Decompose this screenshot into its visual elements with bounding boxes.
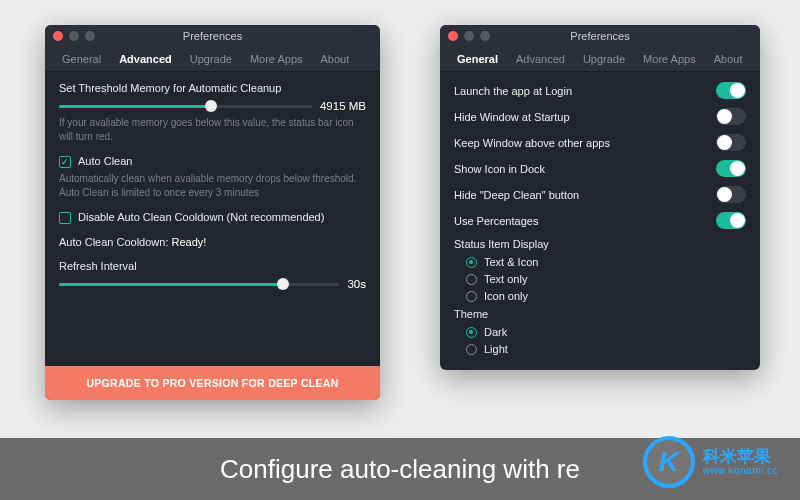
watermark: K 科米苹果 www.konami.cc xyxy=(643,436,778,488)
status-display-radios: Text & IconText onlyIcon only xyxy=(466,256,746,302)
tabs: General Advanced Upgrade More Apps About xyxy=(45,47,380,72)
refresh-value: 30s xyxy=(347,278,366,290)
cooldown-status-label: Auto Clean Cooldown: xyxy=(59,236,172,248)
content-general: Launch the app at LoginHide Window at St… xyxy=(440,72,760,355)
minimize-icon[interactable] xyxy=(69,31,79,41)
tab-about[interactable]: About xyxy=(705,47,752,71)
toggle-switch[interactable] xyxy=(716,134,746,151)
close-icon[interactable] xyxy=(53,31,63,41)
tab-about[interactable]: About xyxy=(312,47,359,71)
toggle-row: Hide Window at Startup xyxy=(454,108,746,125)
radio-label: Text & Icon xyxy=(484,256,538,268)
radio-label: Text only xyxy=(484,273,527,285)
toggle-row: Use Percentages xyxy=(454,212,746,229)
radio-icon[interactable] xyxy=(466,257,477,268)
tab-advanced[interactable]: Advanced xyxy=(507,47,574,71)
toggle-row: Show Icon in Dock xyxy=(454,160,746,177)
tab-upgrade[interactable]: Upgrade xyxy=(181,47,241,71)
threshold-hint: If your avaliable memory goes below this… xyxy=(59,116,366,143)
watermark-url: www.konami.cc xyxy=(703,466,778,477)
upgrade-button[interactable]: UPGRADE TO PRO VERSION FOR DEEP CLEAN xyxy=(45,366,380,400)
radio-icon[interactable] xyxy=(466,291,477,302)
radio-icon[interactable] xyxy=(466,327,477,338)
toggle-row: Keep Window above other apps xyxy=(454,134,746,151)
traffic-lights xyxy=(53,31,95,41)
radio-row[interactable]: Text & Icon xyxy=(466,256,746,268)
radio-row[interactable]: Dark xyxy=(466,326,746,338)
theme-radios: DarkLight xyxy=(466,326,746,355)
toggle-row: Hide "Deep Clean" button xyxy=(454,186,746,203)
caption-text: Configure auto-cleaning with re xyxy=(220,454,580,485)
traffic-lights xyxy=(448,31,490,41)
auto-clean-row[interactable]: Auto Clean xyxy=(59,155,366,168)
tab-advanced[interactable]: Advanced xyxy=(110,47,181,71)
toggle-label: Keep Window above other apps xyxy=(454,137,610,149)
radio-icon[interactable] xyxy=(466,274,477,285)
threshold-label: Set Threshold Memory for Automatic Clean… xyxy=(59,82,366,94)
toggle-switch[interactable] xyxy=(716,82,746,99)
toggle-switch[interactable] xyxy=(716,160,746,177)
tab-general[interactable]: General xyxy=(448,47,507,71)
auto-clean-hint: Automatically clean when avaliable memor… xyxy=(59,172,366,199)
titlebar[interactable]: Preferences xyxy=(440,25,760,47)
threshold-value: 4915 MB xyxy=(320,100,366,112)
watermark-text: 科米苹果 www.konami.cc xyxy=(703,448,778,476)
radio-label: Light xyxy=(484,343,508,355)
auto-clean-label: Auto Clean xyxy=(78,155,132,167)
minimize-icon[interactable] xyxy=(464,31,474,41)
threshold-slider-row: 4915 MB xyxy=(59,100,366,112)
window-title: Preferences xyxy=(45,30,380,42)
refresh-slider[interactable] xyxy=(59,278,339,290)
toggle-label: Use Percentages xyxy=(454,215,538,227)
theme-label: Theme xyxy=(454,308,746,320)
zoom-icon[interactable] xyxy=(480,31,490,41)
radio-row[interactable]: Light xyxy=(466,343,746,355)
preferences-window-advanced: Preferences General Advanced Upgrade Mor… xyxy=(45,25,380,400)
radio-row[interactable]: Text only xyxy=(466,273,746,285)
content-advanced: Set Threshold Memory for Automatic Clean… xyxy=(45,72,380,290)
disable-cooldown-checkbox[interactable] xyxy=(59,212,71,224)
tab-upgrade[interactable]: Upgrade xyxy=(574,47,634,71)
watermark-logo-icon: K xyxy=(643,436,695,488)
status-display-label: Status Item Display xyxy=(454,238,746,250)
toggle-label: Show Icon in Dock xyxy=(454,163,545,175)
titlebar[interactable]: Preferences xyxy=(45,25,380,47)
cooldown-status-value: Ready! xyxy=(172,236,207,248)
preferences-window-general: Preferences General Advanced Upgrade Mor… xyxy=(440,25,760,370)
toggle-switch[interactable] xyxy=(716,212,746,229)
threshold-slider[interactable] xyxy=(59,100,312,112)
refresh-slider-row: 30s xyxy=(59,278,366,290)
toggle-switch[interactable] xyxy=(716,186,746,203)
refresh-label: Refresh Interval xyxy=(59,260,366,272)
radio-icon[interactable] xyxy=(466,344,477,355)
toggle-row: Launch the app at Login xyxy=(454,82,746,99)
toggle-label: Hide Window at Startup xyxy=(454,111,570,123)
disable-cooldown-row[interactable]: Disable Auto Clean Cooldown (Not recomme… xyxy=(59,211,366,224)
tab-more-apps[interactable]: More Apps xyxy=(634,47,705,71)
radio-row[interactable]: Icon only xyxy=(466,290,746,302)
toggle-switch[interactable] xyxy=(716,108,746,125)
toggle-label: Launch the app at Login xyxy=(454,85,572,97)
radio-label: Dark xyxy=(484,326,507,338)
cooldown-status: Auto Clean Cooldown: Ready! xyxy=(59,236,366,248)
disable-cooldown-label: Disable Auto Clean Cooldown (Not recomme… xyxy=(78,211,324,223)
watermark-cn: 科米苹果 xyxy=(703,448,778,466)
toggle-label: Hide "Deep Clean" button xyxy=(454,189,579,201)
tab-more-apps[interactable]: More Apps xyxy=(241,47,312,71)
zoom-icon[interactable] xyxy=(85,31,95,41)
tabs: General Advanced Upgrade More Apps About xyxy=(440,47,760,72)
tab-general[interactable]: General xyxy=(53,47,110,71)
auto-clean-checkbox[interactable] xyxy=(59,156,71,168)
close-icon[interactable] xyxy=(448,31,458,41)
radio-label: Icon only xyxy=(484,290,528,302)
